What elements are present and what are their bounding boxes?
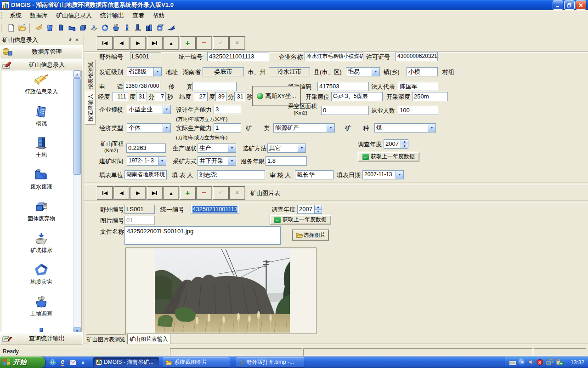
- combo-tbrq[interactable]: 2007-11-13▼: [362, 170, 404, 179]
- sidebar-group-database[interactable]: 数据库管理: [0, 46, 83, 58]
- sidebar-item-wastewater[interactable]: 废水废液: [1, 166, 81, 197]
- field-legal[interactable]: 陈国军: [398, 82, 438, 91]
- field-kclw[interactable]: C₁c¹ 3、5煤层: [331, 92, 383, 101]
- chevron-down-icon[interactable]: ▼: [372, 68, 379, 76]
- restore-button[interactable]: [564, 0, 575, 10]
- field2-tpbh[interactable]: 01: [124, 216, 155, 225]
- field-cyrs[interactable]: 100: [398, 106, 438, 115]
- menu-database[interactable]: 数据库: [26, 11, 52, 21]
- field-lat-min[interactable]: 39: [215, 92, 226, 101]
- sidebar-item-land[interactable]: 土地: [1, 134, 81, 166]
- field-fwnx[interactable]: 1.8: [266, 156, 307, 166]
- vtab-table-view[interactable]: 按表格浏览: [85, 60, 96, 91]
- chevron-down-icon[interactable]: ▼: [298, 144, 305, 152]
- sidebar-item-geo-hazard[interactable]: 地质灾害: [1, 261, 81, 293]
- field-prefecture[interactable]: 冷水江市: [269, 67, 310, 76]
- field-lat-deg[interactable]: 27: [194, 92, 208, 101]
- field-phone[interactable]: 13607387000: [124, 82, 160, 91]
- geohazard-ring-icon[interactable]: [100, 23, 110, 33]
- fetch2-prev-year-button[interactable]: ←获取上一年度数据: [270, 215, 331, 224]
- nav2-post-button[interactable]: ✔: [213, 186, 229, 200]
- spinner-dcnd[interactable]: 2007▲▼: [384, 139, 408, 149]
- menu-stat-output[interactable]: 统计输出: [96, 11, 128, 21]
- menu-system[interactable]: 系统: [6, 11, 26, 21]
- nav-next-button[interactable]: ▶: [130, 36, 146, 50]
- menubar-grip[interactable]: [1, 12, 4, 19]
- field-lon-min[interactable]: 31: [136, 92, 147, 101]
- task-dmgis[interactable]: DMGIS - 湖南省矿...: [93, 357, 159, 367]
- titlebar[interactable]: DMGIS - 湖南省矿山地质环境数据库信息系统野外录入版V1.0: [0, 0, 588, 10]
- land-survey-bag-icon[interactable]: [111, 23, 121, 33]
- nav2-last-button[interactable]: ▶: [147, 186, 163, 200]
- task-paint[interactable]: 野外版打开.bmp -...: [236, 357, 304, 367]
- nav-first-button[interactable]: ◀: [97, 36, 113, 50]
- open-folder-icon[interactable]: [17, 23, 27, 33]
- choose-picture-button[interactable]: 选择图片: [292, 230, 329, 241]
- chevron-down-icon[interactable]: ▼: [396, 171, 403, 179]
- sidebar-scrollbar[interactable]: ▲ ▼: [73, 70, 81, 334]
- wastewater-folder-icon[interactable]: [67, 23, 77, 33]
- menu-mine-info-entry[interactable]: 矿山信息录入: [52, 11, 96, 21]
- toolbar-grip[interactable]: [1, 24, 4, 32]
- nav2-first-button[interactable]: ◀: [97, 186, 113, 200]
- sidebar-item-solid-waste[interactable]: 固体废弃物: [1, 197, 81, 229]
- chevron-down-icon[interactable]: ▼: [327, 124, 334, 132]
- quicklaunch-chevron-icon[interactable]: »: [79, 358, 87, 366]
- nav-delete-button[interactable]: −: [196, 36, 212, 50]
- quicklaunch-desktop-icon[interactable]: [49, 358, 57, 366]
- field-fax[interactable]: [192, 82, 237, 91]
- field-tbdw[interactable]: 湖南省地质环境: [124, 170, 167, 179]
- language-bar-icon[interactable]: ◄: [518, 358, 526, 366]
- vtab-record-entry[interactable]: 按记录输入: [85, 91, 96, 125]
- panel-close-icon[interactable]: ✕: [74, 37, 80, 43]
- field-xkzh[interactable]: 4300000620321: [396, 52, 438, 61]
- nav-insert-button[interactable]: +: [180, 36, 196, 50]
- field-sjscnl2[interactable]: 1: [214, 123, 241, 132]
- nav2-next-button[interactable]: ▶: [130, 186, 146, 200]
- security-shield-icon[interactable]: [537, 359, 543, 368]
- stat-column-icon[interactable]: [122, 23, 132, 33]
- sidebar-item-mine-drainage[interactable]: 矿坑排水: [1, 229, 81, 261]
- chevron-down-icon[interactable]: ▼: [153, 68, 161, 76]
- combo-kzhong[interactable]: 煤▼: [374, 123, 436, 132]
- field-ckqmj[interactable]: 0: [321, 106, 369, 115]
- info-box-icon[interactable]: [155, 23, 165, 33]
- nav2-cancel-button[interactable]: ✖: [229, 186, 245, 200]
- field-kcsd[interactable]: 250m: [412, 92, 448, 101]
- task-folder[interactable]: 系统截图图片: [163, 357, 230, 367]
- mine-drainage-disk-icon[interactable]: [89, 23, 99, 33]
- nav2-prior-button[interactable]: ◀: [113, 186, 130, 200]
- network-monitors-icon[interactable]: [546, 359, 554, 367]
- chevron-down-icon[interactable]: ▼: [228, 157, 236, 165]
- nav2-delete-button[interactable]: −: [196, 186, 212, 200]
- menu-help[interactable]: 帮助: [148, 11, 169, 21]
- scrollbar-thumb[interactable]: [74, 78, 81, 175]
- chevron-down-icon[interactable]: ▼: [163, 124, 170, 132]
- field-tybh[interactable]: 43250211001113: [207, 52, 269, 61]
- chevron-down-icon[interactable]: ▼: [428, 124, 435, 132]
- field-postal[interactable]: 417503: [317, 82, 369, 91]
- solid-waste-box-icon[interactable]: [78, 23, 88, 33]
- field2-filename[interactable]: 4325022007LS00101.jpg: [124, 226, 281, 245]
- close-button[interactable]: [576, 0, 586, 10]
- field-town[interactable]: 小横: [407, 67, 438, 76]
- sidebar-item-land-survey[interactable]: 土地调查: [1, 293, 81, 324]
- overview-notebook-icon[interactable]: [45, 23, 55, 33]
- nav2-up-button[interactable]: ▲: [163, 186, 179, 200]
- field-city[interactable]: 娄底市: [203, 67, 244, 76]
- combo-ckfs[interactable]: 井下开采▼: [198, 156, 236, 166]
- fetch-prev-year-button[interactable]: ←获取上一年度数据: [358, 152, 419, 161]
- combo-scxz[interactable]: 生产▼: [198, 144, 236, 153]
- speaker-icon[interactable]: [528, 359, 535, 367]
- field-waibh[interactable]: LS001: [130, 52, 161, 61]
- combo-qygm[interactable]: 小型企业▼: [127, 105, 171, 114]
- field-qymc[interactable]: 冷水江市毛易镇小横煤矿: [305, 52, 363, 61]
- combo-klei[interactable]: 能源矿产▼: [273, 123, 335, 132]
- combo-jksj[interactable]: 1972- 1- 3▼: [127, 156, 166, 166]
- tab-picture-browse[interactable]: 矿山图片表浏览: [86, 334, 126, 344]
- sidebar-item-admin-info[interactable]: 行政信息录入: [1, 70, 81, 102]
- nav-prior-button[interactable]: ◀: [113, 36, 130, 50]
- keyboard-icon[interactable]: [509, 359, 516, 367]
- field-ksmj[interactable]: 0.2263: [126, 144, 166, 153]
- clock[interactable]: 13:32: [571, 359, 584, 366]
